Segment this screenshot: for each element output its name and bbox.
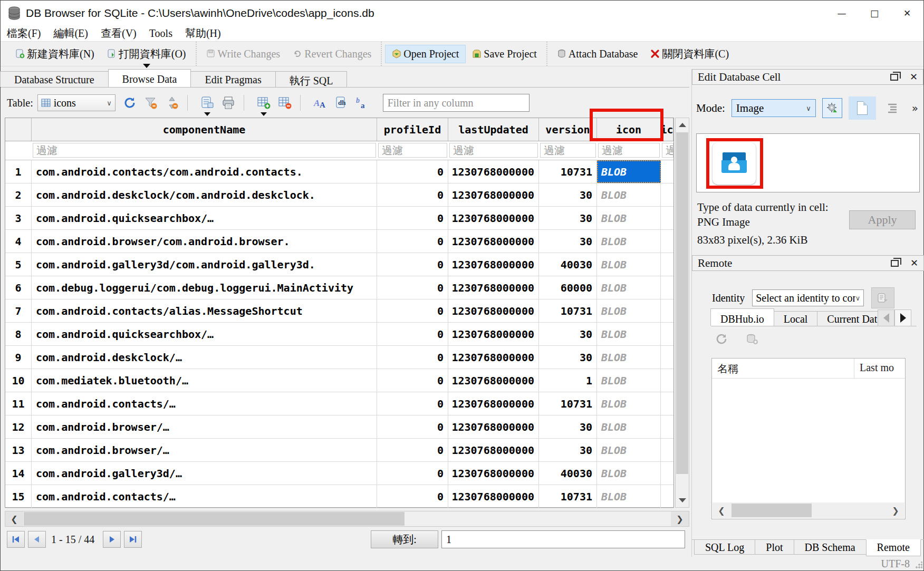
row-number[interactable]: 3 xyxy=(5,207,32,229)
cell-icon-blob[interactable]: BLOB xyxy=(597,207,661,229)
cell-lastUpdated[interactable]: 1230768000000 xyxy=(448,346,539,369)
row-number[interactable]: 10 xyxy=(5,369,32,392)
scroll-right-button[interactable]: ❯ xyxy=(887,506,904,516)
cell-profileId[interactable]: 0 xyxy=(377,415,448,438)
filter-icon[interactable]: 過濾 xyxy=(598,143,660,158)
cell-partial[interactable] xyxy=(661,462,673,485)
previous-page-button[interactable] xyxy=(28,531,46,548)
cell-componentName[interactable]: com.android.contacts/… xyxy=(32,485,377,508)
dock-tab[interactable]: SQL Log xyxy=(694,540,755,555)
save-results-dropdown-icon[interactable] xyxy=(204,112,210,116)
cell-lastUpdated[interactable]: 1230768000000 xyxy=(448,207,539,229)
open-project-button[interactable]: Open Project xyxy=(385,45,466,63)
write-changes-button[interactable]: Write Changes xyxy=(200,45,287,63)
cell-partial[interactable] xyxy=(661,346,673,369)
scroll-up-button[interactable] xyxy=(676,118,689,132)
header-partial[interactable]: ic xyxy=(661,118,673,141)
cell-componentName[interactable]: com.android.gallery3d/… xyxy=(32,462,377,485)
dock-tab[interactable]: Remote xyxy=(866,539,921,556)
cell-componentName[interactable]: com.android.deskclock/com.android.deskcl… xyxy=(32,183,377,206)
table-select[interactable]: icons ∨ xyxy=(37,94,116,111)
scroll-left-button[interactable]: ❮ xyxy=(5,511,23,526)
close-panel-icon[interactable]: ✕ xyxy=(910,72,918,82)
cell-lastUpdated[interactable]: 1230768000000 xyxy=(448,253,539,276)
cell-icon-blob[interactable]: BLOB xyxy=(597,392,661,415)
close-button[interactable]: ✕ xyxy=(891,1,923,25)
mode-select[interactable]: Image ∨ xyxy=(732,99,816,117)
cell-lastUpdated[interactable]: 1230768000000 xyxy=(448,392,539,415)
vertical-scroll-thumb[interactable] xyxy=(676,132,688,474)
remote-scroll-thumb[interactable] xyxy=(732,504,812,517)
insert-record-button[interactable] xyxy=(257,96,271,110)
cell-partial[interactable] xyxy=(661,392,673,415)
cell-icon-blob[interactable]: BLOB xyxy=(597,485,661,508)
remote-list-header-name[interactable]: 名稱 xyxy=(712,359,854,378)
clear-sort-button[interactable] xyxy=(165,96,179,110)
horizontal-scroll-thumb[interactable] xyxy=(24,512,405,526)
replace-text-button[interactable]: ba xyxy=(355,96,369,110)
cell-profileId[interactable]: 0 xyxy=(377,485,448,508)
row-number[interactable]: 12 xyxy=(5,415,32,438)
cell-profileId[interactable]: 0 xyxy=(377,439,448,461)
row-number[interactable]: 5 xyxy=(5,253,32,276)
cell-partial[interactable] xyxy=(661,183,673,206)
cell-lastUpdated[interactable]: 1230768000000 xyxy=(448,276,539,299)
insert-record-dropdown-icon[interactable] xyxy=(261,112,267,116)
remote-tab[interactable]: Local xyxy=(774,311,818,326)
cell-lastUpdated[interactable]: 1230768000000 xyxy=(448,323,539,345)
scroll-right-button[interactable]: ❯ xyxy=(671,511,689,526)
cell-profileId[interactable]: 0 xyxy=(377,230,448,253)
find-in-cell-button[interactable]: dh xyxy=(334,96,348,110)
cell-icon-blob[interactable]: BLOB xyxy=(597,160,661,183)
cell-version[interactable]: 30 xyxy=(539,323,597,345)
identity-select[interactable]: Select an identity to conne ∨ xyxy=(752,289,864,306)
main-tab[interactable]: 執行 SQL xyxy=(275,71,348,87)
cell-profileId[interactable]: 0 xyxy=(377,346,448,369)
import-data-button[interactable] xyxy=(822,98,842,118)
cell-lastUpdated[interactable]: 1230768000000 xyxy=(448,230,539,253)
cell-icon-blob[interactable]: BLOB xyxy=(597,183,661,206)
cell-partial[interactable] xyxy=(661,485,673,508)
main-tab[interactable]: Edit Pragmas xyxy=(190,71,275,87)
cell-partial[interactable] xyxy=(661,299,673,322)
cell-lastUpdated[interactable]: 1230768000000 xyxy=(448,439,539,461)
filter-lastUpdated[interactable]: 過濾 xyxy=(449,143,538,158)
menu-item[interactable]: 查看(V) xyxy=(94,25,143,42)
row-number[interactable]: 6 xyxy=(5,276,32,299)
menu-item[interactable]: 幫助(H) xyxy=(179,25,227,42)
next-page-button[interactable] xyxy=(103,531,121,548)
cell-profileId[interactable]: 0 xyxy=(377,276,448,299)
cell-version[interactable]: 60000 xyxy=(539,276,597,299)
cell-componentName[interactable]: com.android.browser/… xyxy=(32,415,377,438)
cell-profileId[interactable]: 0 xyxy=(377,160,448,183)
filter-partial[interactable]: 過濾 xyxy=(662,143,673,158)
cell-icon-blob[interactable]: BLOB xyxy=(597,253,661,276)
grid-vertical-scrollbar[interactable] xyxy=(675,118,689,508)
dock-tab[interactable]: DB Schema xyxy=(794,540,867,555)
main-tab[interactable]: Database Structure xyxy=(0,71,109,87)
cell-version[interactable]: 30 xyxy=(539,439,597,461)
row-number[interactable]: 4 xyxy=(5,230,32,253)
cell-version[interactable]: 30 xyxy=(539,207,597,229)
cell-componentName[interactable]: com.mediatek.bluetooth/… xyxy=(32,369,377,392)
float-panel-icon[interactable] xyxy=(891,260,899,267)
grid-horizontal-scrollbar[interactable]: ❮ ❯ xyxy=(5,511,689,527)
cell-profileId[interactable]: 0 xyxy=(377,183,448,206)
cell-icon-blob[interactable]: BLOB xyxy=(597,415,661,438)
save-project-button[interactable]: Save Project xyxy=(466,45,543,63)
revert-changes-button[interactable]: Revert Changes xyxy=(286,45,378,63)
sort-text-button[interactable]: AA xyxy=(313,96,327,110)
cell-icon-blob[interactable]: BLOB xyxy=(597,369,661,392)
cell-version[interactable]: 10731 xyxy=(539,160,597,183)
dock-tab[interactable]: Plot xyxy=(755,540,794,555)
tab-scroll-right-button[interactable] xyxy=(894,309,911,326)
identity-settings-button[interactable] xyxy=(871,287,894,308)
cell-lastUpdated[interactable]: 1230768000000 xyxy=(448,485,539,508)
toolbar-overflow-icon[interactable]: » xyxy=(912,102,917,114)
cell-lastUpdated[interactable]: 1230768000000 xyxy=(448,462,539,485)
cell-profileId[interactable]: 0 xyxy=(377,299,448,322)
header-icon[interactable]: icon xyxy=(597,118,661,141)
scroll-left-button[interactable]: ❮ xyxy=(713,506,730,516)
cell-partial[interactable] xyxy=(661,369,673,392)
cell-icon-blob[interactable]: BLOB xyxy=(597,346,661,369)
